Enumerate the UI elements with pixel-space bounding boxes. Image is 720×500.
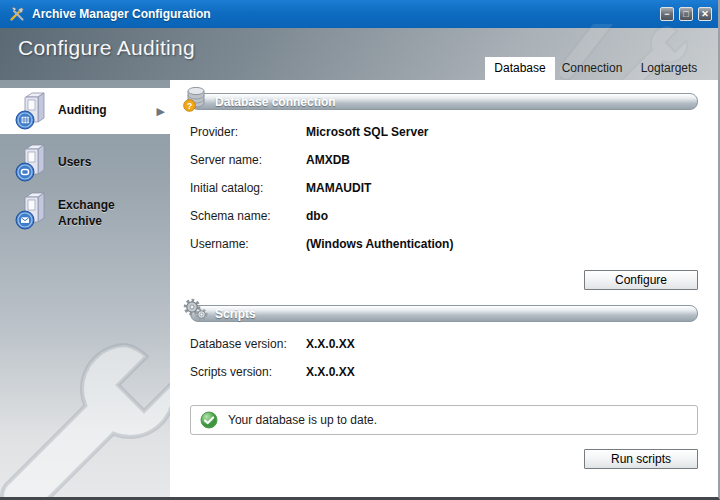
configure-button[interactable]: Configure: [584, 270, 698, 290]
maximize-button[interactable]: □: [679, 7, 693, 21]
field-row-schema-name: Schema name: dbo: [190, 209, 698, 237]
field-value: Microsoft SQL Server: [306, 125, 428, 139]
field-label: Provider:: [190, 125, 306, 139]
status-message: Your database is up to date.: [228, 413, 377, 427]
configure-button-row: Configure: [190, 270, 698, 290]
section-database-connection: ? Database connection: [190, 93, 698, 110]
window-controls: − □ ✕: [660, 7, 712, 21]
sidebar: Auditing ▶ Users: [0, 80, 170, 497]
app-title: Archive Manager Configuration: [32, 7, 211, 21]
help-badge-glyph: ?: [187, 101, 192, 111]
field-value: MAMAUDIT: [306, 181, 371, 195]
tab-connection[interactable]: Connection: [557, 57, 627, 80]
tab-logtargets[interactable]: Logtargets: [629, 57, 709, 80]
gears-icon: [182, 297, 209, 327]
sidebar-item-exchange-archive[interactable]: Exchange Archive: [0, 188, 170, 240]
field-label: Database version:: [190, 337, 306, 351]
success-check-icon: [200, 411, 218, 429]
sidebar-item-users[interactable]: Users: [0, 140, 170, 186]
auditing-server-icon: [14, 90, 52, 136]
app-window: Archive Manager Configuration − □ ✕ Conf…: [0, 0, 720, 500]
section-title: Scripts: [215, 307, 256, 321]
app-tools-icon: [8, 5, 26, 23]
field-value: X.X.0.XX: [306, 337, 355, 351]
field-value: AMXDB: [306, 153, 350, 167]
field-row-provider: Provider: Microsoft SQL Server: [190, 125, 698, 153]
field-label: Scripts version:: [190, 365, 306, 379]
database-connection-fields: Provider: Microsoft SQL Server Server na…: [190, 125, 698, 265]
close-button[interactable]: ✕: [698, 7, 712, 21]
database-help-icon: ?: [182, 85, 209, 117]
run-scripts-button[interactable]: Run scripts: [584, 449, 698, 469]
field-value: (Windows Authentication): [306, 237, 453, 251]
scripts-fields: Database version: X.X.0.XX Scripts versi…: [190, 337, 698, 393]
exchange-archive-server-icon: [14, 190, 52, 236]
run-scripts-button-row: Run scripts: [190, 449, 698, 469]
minimize-button[interactable]: −: [660, 7, 674, 21]
field-label: Username:: [190, 237, 306, 251]
status-box: Your database is up to date.: [190, 405, 698, 435]
section-scripts: Scripts: [190, 305, 698, 322]
tab-database[interactable]: Database: [485, 57, 555, 80]
tab-bar: Database Connection Logtargets: [0, 57, 720, 80]
field-value: dbo: [306, 209, 328, 223]
field-row-database-version: Database version: X.X.0.XX: [190, 337, 698, 365]
field-label: Server name:: [190, 153, 306, 167]
field-row-server-name: Server name: AMXDB: [190, 153, 698, 181]
body-area: Auditing ▶ Users: [0, 80, 718, 497]
wrench-watermark-icon: [0, 329, 170, 497]
field-label: Initial catalog:: [190, 181, 306, 195]
sidebar-item-label: Auditing: [58, 103, 144, 119]
users-server-icon: [14, 142, 52, 188]
field-label: Schema name:: [190, 209, 306, 223]
field-row-initial-catalog: Initial catalog: MAMAUDIT: [190, 181, 698, 209]
selected-arrow-icon: ▶: [157, 105, 165, 118]
field-row-scripts-version: Scripts version: X.X.0.XX: [190, 365, 698, 393]
sidebar-item-label: Users: [58, 155, 144, 171]
field-row-username: Username: (Windows Authentication): [190, 237, 698, 265]
section-title: Database connection: [215, 95, 336, 109]
field-value: X.X.0.XX: [306, 365, 355, 379]
page-header: Configure Auditing Database Connection L…: [0, 28, 720, 80]
content-panel: ? Database connection Provider: Microsof…: [170, 80, 718, 497]
sidebar-item-label: Exchange Archive: [58, 198, 144, 229]
sidebar-item-auditing[interactable]: Auditing ▶: [0, 88, 170, 134]
